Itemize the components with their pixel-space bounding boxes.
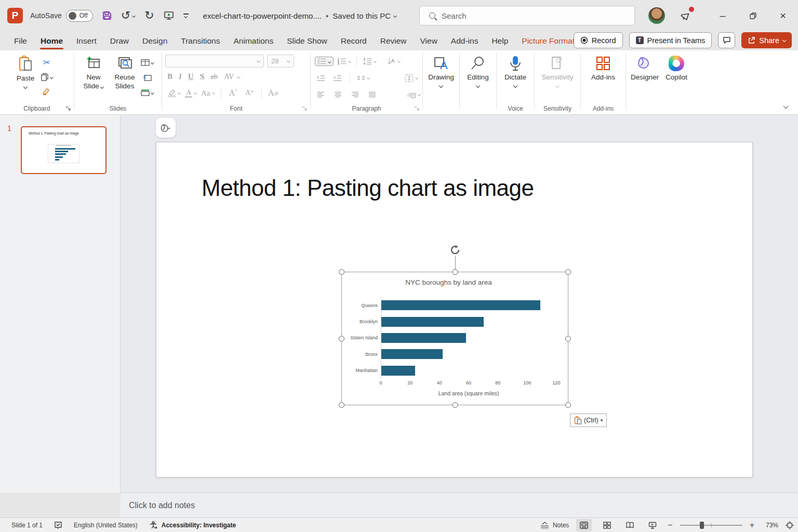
powerpoint-logo-icon[interactable]: P [7,8,23,23]
notes-toggle-button[interactable]: Notes [540,522,569,529]
user-avatar[interactable] [648,7,665,24]
bullets-button[interactable] [315,57,334,66]
paste-button[interactable]: Paste [10,50,41,97]
resize-handle-e[interactable] [565,336,571,341]
selected-chart-image[interactable]: NYC boroughs by land area QueensBrooklyn… [341,272,568,405]
paste-options-button[interactable]: (Ctrl) ▾ [570,414,607,427]
section-icon[interactable] [141,87,154,98]
paragraph-dialog-launcher[interactable] [415,106,420,111]
rotate-handle[interactable] [449,244,461,256]
record-button[interactable]: Record [574,32,623,48]
resize-handle-se[interactable] [565,402,571,408]
tab-animations[interactable]: Animations [227,32,280,50]
spellcheck-button[interactable] [54,521,62,529]
comments-button[interactable] [718,32,735,48]
font-color-button[interactable]: A [185,87,196,99]
text-shadow-button[interactable]: S [200,72,204,81]
close-button[interactable]: × [768,0,798,31]
format-painter-icon[interactable] [41,86,53,97]
zoom-out-button[interactable]: − [668,521,672,530]
zoom-in-button[interactable]: + [750,521,754,530]
saved-status[interactable]: Saved to this PC [332,11,396,20]
numbering-button[interactable]: 123 [338,56,351,67]
slide-editor-canvas[interactable]: Method 1: Pasting chart as image NYC bor… [121,115,798,493]
resize-handle-nw[interactable] [339,269,344,275]
clear-formatting-button[interactable]: A [268,87,280,99]
new-slide-button[interactable]: New Slide [78,50,109,98]
slide-title[interactable]: Method 1: Pasting chart as image [202,175,534,201]
save-icon[interactable] [102,11,112,20]
resize-handle-ne[interactable] [565,269,571,275]
undo-button[interactable]: ↺ [121,10,135,21]
announcements-icon[interactable] [680,9,692,22]
tab-view[interactable]: View [414,32,444,50]
resize-handle-w[interactable] [339,336,344,341]
start-slideshow-icon[interactable] [164,11,174,20]
copilot-slide-button[interactable] [156,118,176,138]
normal-view-button[interactable] [576,519,592,531]
designer-button[interactable]: Designer [629,50,661,82]
columns-button[interactable] [357,72,369,84]
tab-review[interactable]: Review [374,32,414,50]
copy-icon[interactable] [41,71,53,83]
editing-button[interactable]: Editing [463,50,493,87]
resize-handle-sw[interactable] [339,402,344,408]
drawing-button[interactable]: A Drawing [426,50,456,87]
paste-dropdown[interactable] [23,85,28,89]
restore-button[interactable] [738,0,768,31]
accessibility-status[interactable]: Accessibility: Investigate [149,521,236,529]
reuse-slides-button[interactable]: Reuse Slides [110,50,140,98]
italic-button[interactable]: I [179,72,182,81]
align-right-button[interactable] [349,89,361,100]
tab-file[interactable]: File [7,32,34,50]
slide[interactable]: Method 1: Pasting chart as image NYC bor… [156,142,753,477]
addins-button[interactable]: Add-ins [587,50,620,82]
decrease-font-size-button[interactable]: A [244,87,255,99]
font-size-select[interactable]: 28 [267,55,294,68]
align-center-button[interactable] [332,89,343,100]
zoom-slider[interactable] [680,525,742,526]
slide-layout-icon[interactable] [141,57,154,68]
line-spacing-button[interactable] [363,56,376,67]
share-button[interactable]: Share [741,32,792,48]
language-indicator[interactable]: English (United States) [74,522,138,529]
customize-qat-icon[interactable] [183,14,189,18]
resize-handle-n[interactable] [452,269,458,275]
increase-font-size-button[interactable]: A^ [228,87,239,99]
slideshow-view-button[interactable] [645,519,660,531]
tab-design[interactable]: Design [136,32,174,50]
reset-slide-icon[interactable] [141,72,154,83]
text-direction-button[interactable]: A [388,56,400,67]
tab-transitions[interactable]: Transitions [174,32,227,50]
slide-indicator[interactable]: Slide 1 of 1 [11,522,43,529]
change-case-button[interactable]: Aa [201,87,215,99]
notes-pane[interactable]: Click to add notes [121,493,798,517]
dictate-button[interactable]: Dictate [500,50,530,87]
slide-thumbnail[interactable]: Method 1: Pasting chart as image [21,126,107,174]
zoom-slider-thumb[interactable] [700,522,704,529]
document-title[interactable]: excel-chart-to-powerpoint-demo.... • Sav… [203,11,396,20]
align-left-button[interactable] [315,89,326,100]
character-spacing-button[interactable]: AV [224,72,240,81]
increase-indent-button[interactable] [331,72,343,84]
clipboard-dialog-launcher[interactable] [66,106,71,111]
cut-icon[interactable]: ✂ [41,57,53,68]
copilot-button[interactable]: Copilot [662,50,691,82]
tab-slide-show[interactable]: Slide Show [280,32,334,50]
tab-home[interactable]: Home [34,32,70,50]
present-in-teams-button[interactable]: T Present in Teams [629,32,712,48]
bold-button[interactable]: B [167,72,172,81]
font-name-select[interactable] [165,55,264,68]
tab-picture-format[interactable]: Picture Format [515,32,581,50]
minimize-button[interactable]: – [708,0,738,31]
redo-icon[interactable]: ↻ [144,10,154,21]
fit-to-window-button[interactable] [786,521,794,529]
decrease-indent-button[interactable] [315,72,326,84]
tab-add-ins[interactable]: Add-ins [444,32,485,50]
justify-button[interactable] [366,89,378,100]
highlight-color-button[interactable] [167,87,180,99]
tab-record[interactable]: Record [334,32,374,50]
tab-help[interactable]: Help [485,32,515,50]
tab-draw[interactable]: Draw [103,32,136,50]
autosave-toggle[interactable]: Off [66,10,93,22]
